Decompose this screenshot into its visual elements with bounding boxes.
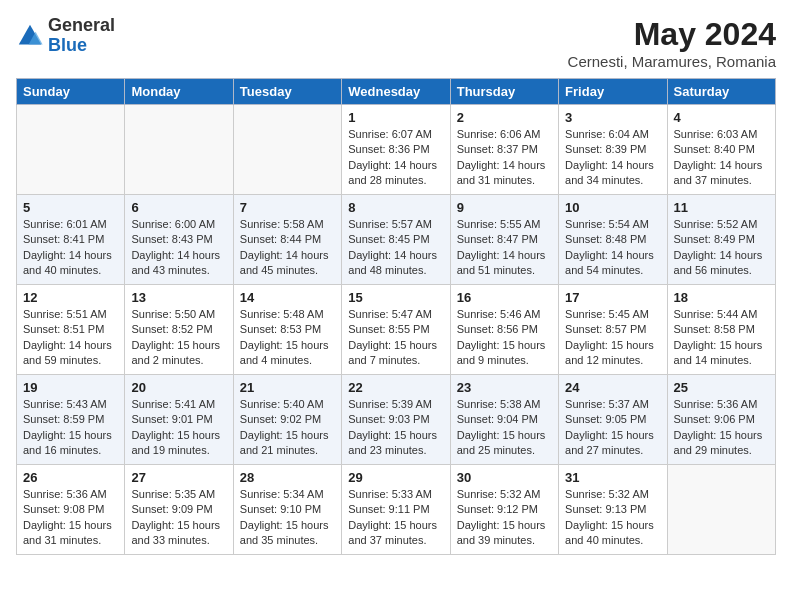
weekday-header: Tuesday — [233, 79, 341, 105]
day-number: 26 — [23, 470, 118, 485]
calendar-cell: 13Sunrise: 5:50 AM Sunset: 8:52 PM Dayli… — [125, 285, 233, 375]
day-number: 20 — [131, 380, 226, 395]
day-number: 25 — [674, 380, 769, 395]
calendar-cell: 16Sunrise: 5:46 AM Sunset: 8:56 PM Dayli… — [450, 285, 558, 375]
day-number: 24 — [565, 380, 660, 395]
day-info: Sunrise: 5:50 AM Sunset: 8:52 PM Dayligh… — [131, 307, 226, 369]
day-number: 3 — [565, 110, 660, 125]
day-info: Sunrise: 5:47 AM Sunset: 8:55 PM Dayligh… — [348, 307, 443, 369]
calendar-week: 19Sunrise: 5:43 AM Sunset: 8:59 PM Dayli… — [17, 375, 776, 465]
day-info: Sunrise: 5:38 AM Sunset: 9:04 PM Dayligh… — [457, 397, 552, 459]
day-info: Sunrise: 5:45 AM Sunset: 8:57 PM Dayligh… — [565, 307, 660, 369]
day-number: 2 — [457, 110, 552, 125]
day-number: 14 — [240, 290, 335, 305]
calendar-week: 12Sunrise: 5:51 AM Sunset: 8:51 PM Dayli… — [17, 285, 776, 375]
day-number: 13 — [131, 290, 226, 305]
calendar-cell: 24Sunrise: 5:37 AM Sunset: 9:05 PM Dayli… — [559, 375, 667, 465]
logo-general: General — [48, 16, 115, 36]
weekday-header: Thursday — [450, 79, 558, 105]
header-row: SundayMondayTuesdayWednesdayThursdayFrid… — [17, 79, 776, 105]
day-number: 19 — [23, 380, 118, 395]
day-number: 5 — [23, 200, 118, 215]
calendar-cell: 20Sunrise: 5:41 AM Sunset: 9:01 PM Dayli… — [125, 375, 233, 465]
calendar-cell: 28Sunrise: 5:34 AM Sunset: 9:10 PM Dayli… — [233, 465, 341, 555]
weekday-header: Saturday — [667, 79, 775, 105]
day-number: 8 — [348, 200, 443, 215]
weekday-header: Friday — [559, 79, 667, 105]
calendar-week: 26Sunrise: 5:36 AM Sunset: 9:08 PM Dayli… — [17, 465, 776, 555]
calendar-cell: 5Sunrise: 6:01 AM Sunset: 8:41 PM Daylig… — [17, 195, 125, 285]
day-number: 4 — [674, 110, 769, 125]
title-section: May 2024 Cernesti, Maramures, Romania — [568, 16, 776, 70]
day-info: Sunrise: 6:00 AM Sunset: 8:43 PM Dayligh… — [131, 217, 226, 279]
day-number: 18 — [674, 290, 769, 305]
logo-text: General Blue — [48, 16, 115, 56]
calendar-cell: 4Sunrise: 6:03 AM Sunset: 8:40 PM Daylig… — [667, 105, 775, 195]
day-number: 1 — [348, 110, 443, 125]
day-info: Sunrise: 5:57 AM Sunset: 8:45 PM Dayligh… — [348, 217, 443, 279]
calendar-cell — [125, 105, 233, 195]
day-info: Sunrise: 5:36 AM Sunset: 9:06 PM Dayligh… — [674, 397, 769, 459]
day-info: Sunrise: 5:41 AM Sunset: 9:01 PM Dayligh… — [131, 397, 226, 459]
logo-icon — [16, 22, 44, 50]
calendar-cell: 9Sunrise: 5:55 AM Sunset: 8:47 PM Daylig… — [450, 195, 558, 285]
calendar-cell — [17, 105, 125, 195]
calendar-cell: 31Sunrise: 5:32 AM Sunset: 9:13 PM Dayli… — [559, 465, 667, 555]
day-number: 29 — [348, 470, 443, 485]
calendar-cell: 19Sunrise: 5:43 AM Sunset: 8:59 PM Dayli… — [17, 375, 125, 465]
calendar-cell: 14Sunrise: 5:48 AM Sunset: 8:53 PM Dayli… — [233, 285, 341, 375]
day-number: 6 — [131, 200, 226, 215]
day-info: Sunrise: 5:34 AM Sunset: 9:10 PM Dayligh… — [240, 487, 335, 549]
day-number: 22 — [348, 380, 443, 395]
header: General Blue May 2024 Cernesti, Maramure… — [16, 16, 776, 70]
calendar-cell: 10Sunrise: 5:54 AM Sunset: 8:48 PM Dayli… — [559, 195, 667, 285]
day-number: 10 — [565, 200, 660, 215]
day-info: Sunrise: 5:36 AM Sunset: 9:08 PM Dayligh… — [23, 487, 118, 549]
calendar-cell: 30Sunrise: 5:32 AM Sunset: 9:12 PM Dayli… — [450, 465, 558, 555]
day-info: Sunrise: 5:33 AM Sunset: 9:11 PM Dayligh… — [348, 487, 443, 549]
day-number: 9 — [457, 200, 552, 215]
day-info: Sunrise: 5:37 AM Sunset: 9:05 PM Dayligh… — [565, 397, 660, 459]
calendar-header: SundayMondayTuesdayWednesdayThursdayFrid… — [17, 79, 776, 105]
calendar-cell: 27Sunrise: 5:35 AM Sunset: 9:09 PM Dayli… — [125, 465, 233, 555]
day-info: Sunrise: 5:46 AM Sunset: 8:56 PM Dayligh… — [457, 307, 552, 369]
calendar-cell: 12Sunrise: 5:51 AM Sunset: 8:51 PM Dayli… — [17, 285, 125, 375]
logo: General Blue — [16, 16, 115, 56]
day-number: 11 — [674, 200, 769, 215]
day-info: Sunrise: 5:32 AM Sunset: 9:12 PM Dayligh… — [457, 487, 552, 549]
day-info: Sunrise: 5:58 AM Sunset: 8:44 PM Dayligh… — [240, 217, 335, 279]
month-year: May 2024 — [568, 16, 776, 53]
day-number: 7 — [240, 200, 335, 215]
calendar-body: 1Sunrise: 6:07 AM Sunset: 8:36 PM Daylig… — [17, 105, 776, 555]
logo-blue: Blue — [48, 36, 115, 56]
weekday-header: Monday — [125, 79, 233, 105]
calendar-cell: 11Sunrise: 5:52 AM Sunset: 8:49 PM Dayli… — [667, 195, 775, 285]
calendar-cell: 6Sunrise: 6:00 AM Sunset: 8:43 PM Daylig… — [125, 195, 233, 285]
calendar-cell: 15Sunrise: 5:47 AM Sunset: 8:55 PM Dayli… — [342, 285, 450, 375]
day-number: 27 — [131, 470, 226, 485]
day-info: Sunrise: 6:01 AM Sunset: 8:41 PM Dayligh… — [23, 217, 118, 279]
weekday-header: Wednesday — [342, 79, 450, 105]
calendar-cell: 21Sunrise: 5:40 AM Sunset: 9:02 PM Dayli… — [233, 375, 341, 465]
calendar-cell: 22Sunrise: 5:39 AM Sunset: 9:03 PM Dayli… — [342, 375, 450, 465]
calendar-cell — [667, 465, 775, 555]
calendar-cell: 17Sunrise: 5:45 AM Sunset: 8:57 PM Dayli… — [559, 285, 667, 375]
calendar-cell: 26Sunrise: 5:36 AM Sunset: 9:08 PM Dayli… — [17, 465, 125, 555]
day-number: 16 — [457, 290, 552, 305]
day-info: Sunrise: 5:51 AM Sunset: 8:51 PM Dayligh… — [23, 307, 118, 369]
day-number: 12 — [23, 290, 118, 305]
location: Cernesti, Maramures, Romania — [568, 53, 776, 70]
day-info: Sunrise: 6:04 AM Sunset: 8:39 PM Dayligh… — [565, 127, 660, 189]
day-info: Sunrise: 5:52 AM Sunset: 8:49 PM Dayligh… — [674, 217, 769, 279]
calendar-cell: 8Sunrise: 5:57 AM Sunset: 8:45 PM Daylig… — [342, 195, 450, 285]
day-info: Sunrise: 5:39 AM Sunset: 9:03 PM Dayligh… — [348, 397, 443, 459]
calendar-week: 1Sunrise: 6:07 AM Sunset: 8:36 PM Daylig… — [17, 105, 776, 195]
weekday-header: Sunday — [17, 79, 125, 105]
calendar-cell: 25Sunrise: 5:36 AM Sunset: 9:06 PM Dayli… — [667, 375, 775, 465]
day-info: Sunrise: 5:35 AM Sunset: 9:09 PM Dayligh… — [131, 487, 226, 549]
day-info: Sunrise: 6:06 AM Sunset: 8:37 PM Dayligh… — [457, 127, 552, 189]
day-number: 23 — [457, 380, 552, 395]
calendar-cell: 23Sunrise: 5:38 AM Sunset: 9:04 PM Dayli… — [450, 375, 558, 465]
day-info: Sunrise: 5:43 AM Sunset: 8:59 PM Dayligh… — [23, 397, 118, 459]
day-number: 21 — [240, 380, 335, 395]
